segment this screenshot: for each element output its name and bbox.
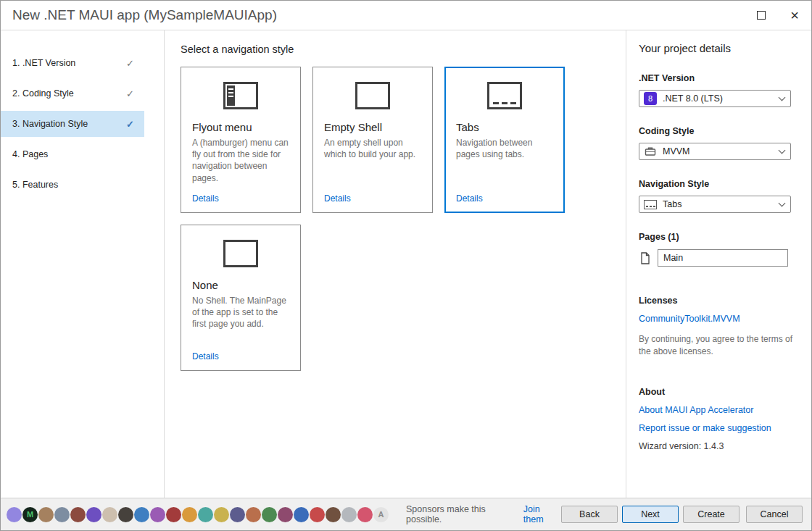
sponsor-avatar[interactable] <box>262 507 277 522</box>
card-title: Flyout menu <box>192 121 289 133</box>
coding-style-dropdown[interactable]: MVVM <box>639 143 791 160</box>
next-button[interactable]: Next <box>622 506 679 523</box>
steps-sidebar: 1. .NET Version ✓ 2. Coding Style ✓ 3. N… <box>1 30 165 498</box>
flyout-menu-icon <box>223 82 258 109</box>
sidebar-item-label: 1. .NET Version <box>12 58 75 68</box>
sponsor-avatar[interactable] <box>7 507 22 522</box>
coding-style-label: Coding Style <box>639 126 795 136</box>
sponsor-avatar[interactable] <box>70 507 86 522</box>
window-controls: × <box>745 1 811 30</box>
sponsor-avatar[interactable] <box>357 507 373 522</box>
card-description: An empty shell upon which to build your … <box>324 137 421 160</box>
about-accelerator-link[interactable]: About MAUI App Accelerator <box>639 405 795 415</box>
license-link[interactable]: CommunityToolkit.MVVM <box>639 314 795 324</box>
about-heading: About <box>639 387 795 397</box>
sponsor-avatar[interactable] <box>54 507 70 522</box>
details-link[interactable]: Details <box>192 351 219 361</box>
sponsor-avatar[interactable] <box>102 507 117 522</box>
sponsor-avatar[interactable] <box>214 507 229 522</box>
sponsor-avatar[interactable] <box>166 507 181 522</box>
sponsor-avatar[interactable]: M <box>22 507 38 522</box>
sidebar-item-label: 2. Coding Style <box>12 88 74 99</box>
sponsor-avatar[interactable] <box>182 507 197 522</box>
tabs-mini-icon <box>644 200 657 209</box>
navigation-style-label: Navigation Style <box>639 179 795 189</box>
cancel-button[interactable]: Cancel <box>746 506 803 523</box>
none-shell-icon <box>223 240 258 267</box>
net-version-label: .NET Version <box>639 73 795 83</box>
sponsor-avatar[interactable] <box>150 507 165 522</box>
sponsor-avatar[interactable] <box>118 507 133 522</box>
window-title: New .NET MAUI app (MySampleMAUIApp) <box>12 7 277 23</box>
sponsors-text: Sponsors make this possible. <box>406 504 520 524</box>
details-link[interactable]: Details <box>192 193 219 204</box>
sponsor-avatar[interactable] <box>246 507 261 522</box>
create-button[interactable]: Create <box>683 506 740 523</box>
sponsor-avatar[interactable] <box>294 507 309 522</box>
page-icon <box>639 252 652 264</box>
nav-style-card-tabs[interactable]: Tabs Navigation between pages using tabs… <box>444 67 565 213</box>
license-note: By continuing, you agree to the terms of… <box>639 333 795 358</box>
wizard-window: New .NET MAUI app (MySampleMAUIApp) × 1.… <box>0 0 812 531</box>
chevron-down-icon <box>779 200 786 207</box>
details-link[interactable]: Details <box>324 193 351 204</box>
sponsor-avatar[interactable]: A <box>373 507 389 522</box>
navigation-style-value: Tabs <box>663 199 682 209</box>
maximize-button[interactable] <box>745 1 778 30</box>
tabs-icon <box>487 82 522 109</box>
net-version-dropdown[interactable]: 8 .NET 8.0 (LTS) <box>639 90 791 107</box>
pages-row <box>639 249 795 267</box>
check-icon: ✓ <box>126 58 134 69</box>
sidebar-item-label: 5. Features <box>12 180 58 190</box>
sponsor-avatar[interactable] <box>134 507 149 522</box>
sponsor-avatar[interactable] <box>278 507 293 522</box>
content-area: 1. .NET Version ✓ 2. Coding Style ✓ 3. N… <box>1 30 811 498</box>
card-title: None <box>192 279 289 291</box>
licenses-heading: Licenses <box>639 296 795 306</box>
close-button[interactable]: × <box>778 1 811 30</box>
close-icon: × <box>790 8 799 22</box>
sidebar-item-net-version[interactable]: 1. .NET Version ✓ <box>1 50 144 76</box>
maximize-icon <box>757 11 766 20</box>
card-description: Navigation between pages using tabs. <box>456 137 553 160</box>
nav-style-card-flyout[interactable]: Flyout menu A (hamburger) menu can fly o… <box>181 67 301 213</box>
check-icon: ✓ <box>126 88 134 99</box>
sponsor-avatar[interactable] <box>86 507 102 522</box>
details-link[interactable]: Details <box>456 193 483 204</box>
sponsor-avatar[interactable] <box>198 507 213 522</box>
chevron-down-icon <box>779 147 786 154</box>
card-grid: Flyout menu A (hamburger) menu can fly o… <box>181 67 591 371</box>
card-title: Tabs <box>456 121 553 133</box>
coding-style-value: MVVM <box>663 146 690 156</box>
panel-heading: Your project details <box>639 42 795 54</box>
wizard-version: Wizard version: 1.4.3 <box>639 441 795 451</box>
net-version-value: .NET 8.0 (LTS) <box>663 93 723 104</box>
sidebar-item-coding-style[interactable]: 2. Coding Style ✓ <box>1 80 144 106</box>
card-description: A (hamburger) menu can fly out from the … <box>192 137 289 184</box>
sponsor-avatar[interactable] <box>230 507 245 522</box>
sidebar-item-label: 3. Navigation Style <box>12 119 88 129</box>
chevron-down-icon <box>779 94 786 101</box>
sponsor-avatar[interactable] <box>38 507 54 522</box>
sidebar-item-navigation-style[interactable]: 3. Navigation Style ✓ <box>1 111 144 137</box>
sponsor-avatar[interactable] <box>341 507 357 522</box>
navigation-style-dropdown[interactable]: Tabs <box>639 196 791 213</box>
sidebar-item-label: 4. Pages <box>12 149 48 159</box>
sidebar-item-features[interactable]: 5. Features <box>1 172 144 198</box>
sponsor-avatar[interactable] <box>326 507 341 522</box>
card-title: Empty Shell <box>324 121 421 133</box>
join-them-link[interactable]: Join them <box>523 504 561 524</box>
back-button[interactable]: Back <box>561 506 618 523</box>
report-issue-link[interactable]: Report issue or make suggestion <box>639 423 795 433</box>
sponsor-avatar[interactable] <box>310 507 325 522</box>
pages-label: Pages (1) <box>639 232 795 242</box>
page-name-input[interactable] <box>658 249 788 267</box>
sidebar-item-pages[interactable]: 4. Pages <box>1 141 144 167</box>
nav-style-card-none[interactable]: None No Shell. The MainPage of the app i… <box>181 225 301 371</box>
sponsor-avatars: MA <box>7 507 389 522</box>
navigation-style-chooser: Select a navigation style Flyout menu A … <box>165 30 626 498</box>
check-icon: ✓ <box>126 119 134 130</box>
card-description: No Shell. The MainPage of the app is set… <box>192 295 289 330</box>
footer-bar: MA Sponsors make this possible. Join the… <box>1 498 811 530</box>
nav-style-card-empty-shell[interactable]: Empty Shell An empty shell upon which to… <box>312 67 433 213</box>
